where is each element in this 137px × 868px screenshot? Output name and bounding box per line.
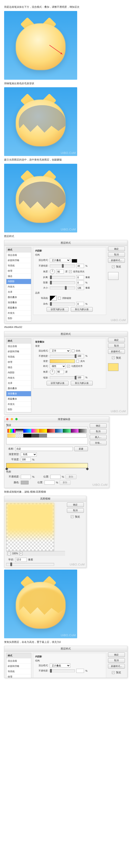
style-item[interactable]: 混合选项 bbox=[6, 344, 31, 349]
blend-mode-select[interactable]: 正常 bbox=[50, 349, 70, 353]
style-item[interactable]: 光泽 bbox=[6, 381, 31, 386]
style-item[interactable]: 内发光 bbox=[6, 284, 31, 289]
preview-checkbox[interactable]: ✓ bbox=[112, 671, 115, 674]
size-input[interactable] bbox=[76, 286, 84, 290]
style-item[interactable]: 图案叠加 bbox=[6, 305, 31, 311]
angle-input[interactable] bbox=[56, 270, 64, 274]
zoom-icon[interactable] bbox=[15, 418, 17, 420]
style-select[interactable]: 线性 bbox=[50, 364, 66, 368]
reset-default-button[interactable]: 复位为默认值 bbox=[71, 381, 93, 385]
reset-default-button[interactable]: 复位为默认值 bbox=[71, 307, 93, 312]
new-style-button[interactable]: 新建样式... bbox=[108, 664, 125, 669]
style-item[interactable]: 斜面和浮雕 bbox=[6, 664, 31, 669]
angle-input[interactable] bbox=[56, 370, 64, 374]
style-item[interactable]: 纹理 bbox=[6, 360, 31, 365]
style-item[interactable]: 混合选项 bbox=[6, 658, 31, 664]
gradient-picker[interactable] bbox=[50, 359, 75, 363]
reverse-checkbox[interactable] bbox=[76, 360, 79, 363]
style-item[interactable]: 纹理 bbox=[6, 269, 31, 274]
opacity-input[interactable] bbox=[76, 354, 84, 358]
preview-checkbox[interactable]: ✓ bbox=[112, 356, 115, 359]
noise-input[interactable] bbox=[76, 302, 84, 306]
style-item[interactable]: 纹理 bbox=[6, 674, 31, 678]
style-item[interactable]: 混合选项 bbox=[6, 253, 31, 258]
shadow-color-swatch[interactable] bbox=[72, 259, 77, 263]
style-item[interactable]: 描边 bbox=[6, 365, 31, 370]
set-default-button[interactable]: 设置为默认值 bbox=[47, 381, 68, 385]
angle-dial[interactable] bbox=[50, 369, 55, 374]
cancel-button[interactable]: 取消 bbox=[108, 252, 125, 257]
radius-input[interactable] bbox=[15, 558, 27, 562]
style-item[interactable]: 颜色叠加 bbox=[6, 386, 31, 391]
noise-slider[interactable] bbox=[50, 303, 75, 305]
style-item[interactable]: 投影 bbox=[6, 316, 31, 321]
cancel-button[interactable]: 取消 bbox=[108, 344, 125, 348]
new-style-button[interactable]: 新建样式... bbox=[108, 258, 125, 263]
style-item[interactable]: 外发光 bbox=[6, 402, 31, 407]
style-item[interactable]: 颜色叠加 bbox=[6, 295, 31, 300]
opacity-input[interactable] bbox=[76, 264, 84, 268]
scale-input[interactable] bbox=[76, 376, 84, 380]
scale-slider[interactable] bbox=[50, 376, 75, 379]
new-style-button[interactable]: 新建样式... bbox=[108, 349, 125, 354]
new-button[interactable]: 新建 bbox=[74, 446, 88, 451]
style-item-selected[interactable]: 渐变叠加 bbox=[6, 391, 31, 397]
ok-button[interactable]: 确定 bbox=[108, 338, 125, 342]
name-input[interactable] bbox=[15, 447, 73, 451]
ok-button[interactable]: 确定 bbox=[108, 652, 125, 657]
close-icon[interactable] bbox=[6, 418, 8, 420]
cancel-button[interactable]: 取消 bbox=[108, 658, 125, 663]
choke-input[interactable] bbox=[76, 281, 84, 285]
minimize-icon[interactable] bbox=[11, 418, 13, 420]
type-select[interactable]: 实底 bbox=[21, 452, 37, 457]
style-item[interactable]: 斜面和浮雕 bbox=[6, 258, 31, 263]
preview-checkbox[interactable]: ✓ bbox=[71, 515, 74, 518]
contour-picker[interactable] bbox=[50, 296, 57, 301]
style-item[interactable]: 光泽 bbox=[6, 289, 31, 295]
style-item[interactable]: 等高线 bbox=[6, 263, 31, 269]
style-item[interactable]: 斜面和浮雕 bbox=[6, 349, 31, 354]
smooth-input[interactable] bbox=[21, 458, 31, 462]
choke-slider[interactable] bbox=[50, 281, 75, 284]
blend-mode-select[interactable]: 正片叠底 bbox=[50, 258, 70, 262]
opacity-slider[interactable] bbox=[50, 670, 75, 672]
set-default-button[interactable]: 设置为默认值 bbox=[47, 307, 68, 312]
cancel-button[interactable]: 取消 bbox=[90, 429, 107, 434]
blend-mode-select[interactable]: 正片叠底 bbox=[50, 663, 70, 668]
cancel-button[interactable]: 取消 bbox=[67, 508, 84, 513]
style-item[interactable]: 投影 bbox=[6, 407, 31, 412]
style-item[interactable]: 等高线 bbox=[6, 354, 31, 360]
style-item[interactable]: 内发光 bbox=[6, 375, 31, 381]
stop-color-swatch[interactable] bbox=[21, 481, 29, 485]
ok-button[interactable]: 确定 bbox=[67, 502, 84, 507]
load-button[interactable]: 载入... bbox=[90, 435, 107, 439]
style-item[interactable]: 渐变叠加 bbox=[6, 300, 31, 305]
ok-button[interactable]: 确定 bbox=[108, 247, 125, 251]
zoom-in-button[interactable]: + bbox=[19, 552, 22, 555]
angle-dial[interactable] bbox=[50, 269, 55, 274]
gradient-bar[interactable] bbox=[6, 463, 88, 468]
opacity-slider[interactable] bbox=[50, 355, 75, 358]
opacity-slider[interactable]: .slider[style*="--p"]:after{left:var(--p… bbox=[50, 265, 75, 267]
preset-grid[interactable] bbox=[6, 427, 88, 444]
distance-slider[interactable] bbox=[50, 276, 75, 279]
opacity-input[interactable] bbox=[76, 669, 84, 673]
style-item[interactable]: 内阴影 bbox=[6, 370, 31, 375]
dither-checkbox[interactable] bbox=[72, 349, 75, 352]
size-slider[interactable] bbox=[50, 286, 75, 289]
style-item[interactable]: 等高线 bbox=[6, 669, 31, 674]
align-layer-checkbox[interactable]: ✓ bbox=[67, 365, 70, 368]
preview-checkbox[interactable]: ✓ bbox=[112, 266, 115, 268]
distance-input[interactable] bbox=[76, 275, 84, 279]
style-item[interactable]: 外发光 bbox=[6, 311, 31, 316]
save-button[interactable]: 存储... bbox=[90, 441, 107, 445]
style-item-selected[interactable]: 内阴影 bbox=[6, 279, 31, 284]
ok-button[interactable]: 确定 bbox=[90, 424, 107, 428]
style-item[interactable]: 图案叠加 bbox=[6, 397, 31, 402]
zoom-out-button[interactable]: − bbox=[7, 552, 11, 555]
style-item[interactable]: 描边 bbox=[6, 274, 31, 279]
radius-slider[interactable] bbox=[6, 563, 54, 566]
antialias-checkbox[interactable] bbox=[58, 297, 61, 300]
global-light-checkbox[interactable]: ✓ bbox=[69, 270, 72, 273]
blur-preview[interactable] bbox=[6, 503, 54, 551]
